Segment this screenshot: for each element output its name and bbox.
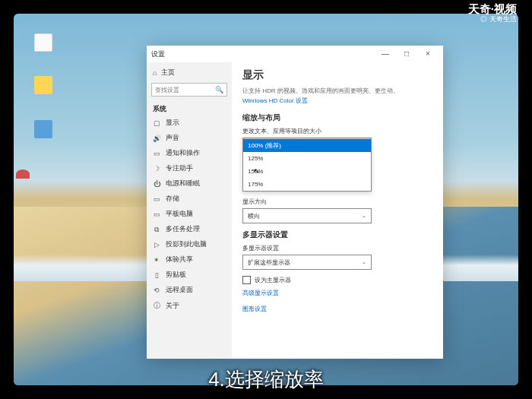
checkbox-icon <box>242 276 251 284</box>
nav-icon: ▭ <box>153 211 160 218</box>
chevron-down-icon: ⌄ <box>362 259 366 265</box>
sidebar-item-2[interactable]: ▭通知和操作 <box>147 146 232 161</box>
close-button[interactable]: × <box>417 46 439 62</box>
scale-option-125%[interactable]: 125% <box>243 152 371 165</box>
sidebar-item-6[interactable]: ▭平板电脑 <box>147 207 232 222</box>
multi-label: 多显示器设置 <box>242 244 432 252</box>
nav-icon: ▭ <box>153 195 160 203</box>
settings-window: 设置 — □ × ⌂ 主页 查找设置 🔍 系统 ▢显示🔊声音▭通知和操作☽专注 <box>147 46 443 359</box>
sidebar-item-7[interactable]: ⧉多任务处理 <box>147 222 232 237</box>
hdr-link[interactable]: Windows HD Color 设置 <box>242 97 432 105</box>
nav-icon: 🔊 <box>153 135 160 142</box>
scale-option-100% (推荐)[interactable]: 100% (推荐) <box>243 139 371 152</box>
page-title: 显示 <box>242 68 432 82</box>
multi-dropdown[interactable]: 扩展这些显示器 ⌄ <box>242 255 372 270</box>
sidebar-item-4[interactable]: ⏻电源和睡眠 <box>147 176 232 192</box>
nav-icon: ⓘ <box>153 301 160 311</box>
hdr-desc: 让支持 HDR 的视频、游戏和应用的画面更明亮、更生动。 <box>242 87 432 95</box>
primary-checkbox[interactable]: 设为主显示器 <box>242 276 432 284</box>
maximize-button[interactable]: □ <box>396 46 417 62</box>
nav-icon: ▯ <box>153 271 160 279</box>
section-multi: 多显示器设置 <box>242 230 432 240</box>
sidebar-item-11[interactable]: ⟲远程桌面 <box>147 283 232 298</box>
scale-option-150%[interactable]: 150% <box>243 165 371 178</box>
scale-dropdown[interactable]: 100% (推荐)125%150%175% <box>242 138 372 192</box>
chevron-down-icon: ⌄ <box>362 213 366 219</box>
nav-icon: ☽ <box>153 165 160 173</box>
minimize-button[interactable]: — <box>375 46 396 62</box>
nav-icon: ⧉ <box>153 226 160 234</box>
sidebar-item-5[interactable]: ▭存储 <box>147 192 232 207</box>
sidebar-item-12[interactable]: ⓘ关于 <box>147 298 232 314</box>
sidebar-item-10[interactable]: ▯剪贴板 <box>147 268 232 283</box>
desktop-icon-folder[interactable] <box>32 76 55 96</box>
sidebar-item-9[interactable]: ✶体验共享 <box>147 252 232 268</box>
home-icon: ⌂ <box>153 69 157 77</box>
content-pane: 显示 让支持 HDR 的视频、游戏和应用的画面更明亮、更生动。 Windows … <box>232 62 443 359</box>
search-input[interactable]: 查找设置 🔍 <box>151 83 227 97</box>
sidebar: ⌂ 主页 查找设置 🔍 系统 ▢显示🔊声音▭通知和操作☽专注助手⏻电源和睡眠▭存… <box>147 62 232 359</box>
desktop-wallpaper: 设置 — □ × ⌂ 主页 查找设置 🔍 系统 ▢显示🔊声音▭通知和操作☽专注 <box>14 14 518 385</box>
window-title: 设置 <box>151 49 375 59</box>
video-caption: 4.选择缩放率 <box>0 366 532 393</box>
watermark: 天奇·视频 ◎ 天奇生活 <box>468 3 517 23</box>
desktop-icon-app[interactable] <box>32 120 55 140</box>
orientation-dropdown[interactable]: 横向 ⌄ <box>242 208 372 223</box>
orient-label: 显示方向 <box>242 198 432 206</box>
nav-icon: ✶ <box>153 256 160 264</box>
nav-icon: ▭ <box>153 150 160 157</box>
sidebar-item-1[interactable]: 🔊声音 <box>147 131 232 146</box>
search-icon: 🔍 <box>215 86 223 93</box>
scale-option-175%[interactable]: 175% <box>243 178 371 191</box>
home-button[interactable]: ⌂ 主页 <box>147 65 232 80</box>
titlebar: 设置 — □ × <box>147 46 443 62</box>
nav-icon: ▢ <box>153 119 160 127</box>
graphics-link[interactable]: 图形设置 <box>242 305 432 313</box>
desktop-icon-file[interactable] <box>32 33 55 53</box>
nav-icon: ⏻ <box>153 180 160 188</box>
advanced-link[interactable]: 高级显示设置 <box>242 289 432 297</box>
sidebar-item-3[interactable]: ☽专注助手 <box>147 161 232 176</box>
scale-label: 更改文本、应用等项目的大小 <box>242 127 432 135</box>
section-scale: 缩放与布局 <box>242 112 432 123</box>
sidebar-item-8[interactable]: ▷投影到此电脑 <box>147 237 232 252</box>
sidebar-item-0[interactable]: ▢显示 <box>147 116 232 131</box>
sidebar-group: 系统 <box>147 100 232 116</box>
nav-icon: ⟲ <box>153 287 160 294</box>
nav-icon: ▷ <box>153 241 160 249</box>
